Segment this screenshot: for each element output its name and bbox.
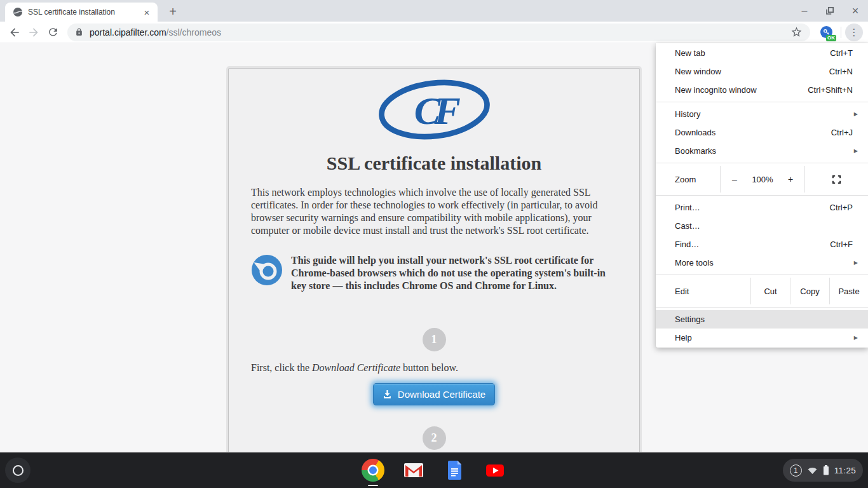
zoom-level: 100%	[752, 175, 773, 184]
menu-zoom-row: Zoom – 100% +	[656, 166, 868, 193]
notification-count-badge: 1	[790, 464, 802, 477]
chrome-app-icon[interactable]	[362, 459, 384, 482]
menu-edit-row: Edit Cut Copy Paste	[656, 278, 868, 304]
step-2-badge: 2	[423, 426, 446, 450]
submenu-arrow-icon: ▶	[854, 148, 858, 154]
launcher-circle-icon	[13, 465, 24, 476]
wifi-icon	[807, 465, 818, 476]
bookmark-star-icon[interactable]	[790, 26, 803, 38]
copy-button[interactable]: Copy	[790, 278, 829, 304]
zoom-label: Zoom	[656, 166, 720, 193]
menu-item-new-tab[interactable]: New tabCtrl+T	[656, 44, 868, 62]
toolbar-divider	[841, 27, 841, 38]
browser-menu: New tabCtrl+T New windowCtrl+N New incog…	[656, 43, 868, 348]
battery-icon	[823, 465, 829, 475]
download-certificate-button[interactable]: Download Certificate	[373, 383, 495, 405]
menu-item-new-window[interactable]: New windowCtrl+N	[656, 62, 868, 81]
url-path: /ssl/chromeos	[166, 27, 221, 37]
password-extension-icon[interactable]: OK	[818, 24, 834, 41]
button-name-emphasis: Download Certificate	[312, 362, 400, 373]
menu-item-settings[interactable]: Settings	[656, 310, 868, 329]
menu-divider	[656, 195, 868, 196]
menu-item-new-incognito-window[interactable]: New incognito windowCtrl+Shift+N	[656, 81, 868, 99]
address-bar[interactable]: portal.cipafilter.com/ssl/chromeos	[67, 24, 810, 41]
zoom-out-button[interactable]: –	[730, 174, 739, 184]
globe-favicon-icon	[13, 7, 23, 17]
menu-item-downloads[interactable]: DownloadsCtrl+J	[656, 123, 868, 142]
url-text: portal.cipafilter.com/ssl/chromeos	[90, 27, 790, 37]
browser-tab[interactable]: SSL certificate installation ×	[5, 3, 158, 22]
menu-item-help[interactable]: Help▶	[656, 329, 868, 347]
browser-toolbar: portal.cipafilter.com/ssl/chromeos OK ⋮	[0, 22, 868, 43]
step-1-instruction: First, click the Download Certificate bu…	[251, 362, 617, 374]
menu-divider	[656, 307, 868, 308]
menu-item-find[interactable]: Find…Ctrl+F	[656, 235, 868, 254]
edit-label: Edit	[656, 278, 750, 304]
minimize-window-icon[interactable]: –	[799, 6, 810, 16]
paste-button[interactable]: Paste	[829, 278, 868, 304]
menu-item-more-tools[interactable]: More tools▶	[656, 254, 868, 272]
new-tab-button[interactable]: +	[164, 3, 182, 20]
restore-window-icon[interactable]	[825, 6, 835, 16]
menu-divider	[656, 102, 868, 102]
chromeos-screen: SSL certificate installation × + – × por…	[0, 0, 868, 488]
close-window-icon[interactable]: ×	[850, 6, 860, 16]
docs-app-icon[interactable]	[443, 459, 466, 482]
forward-icon[interactable]	[24, 23, 43, 42]
browser-menu-icon[interactable]: ⋮	[845, 24, 863, 41]
youtube-app-icon[interactable]	[484, 459, 506, 482]
cut-button[interactable]: Cut	[750, 278, 790, 304]
download-button-label: Download Certificate	[398, 389, 485, 400]
chromeos-shelf: 1 11:25	[0, 452, 868, 488]
fullscreen-button[interactable]	[805, 166, 868, 193]
active-app-indicator	[368, 485, 378, 487]
window-controls: – ×	[799, 0, 860, 22]
status-tray[interactable]: 1 11:25	[783, 459, 863, 482]
chromium-icon	[251, 254, 283, 286]
step-1-badge: 1	[423, 328, 446, 351]
tab-strip: SSL certificate installation × + – ×	[0, 0, 868, 22]
shelf-apps	[362, 459, 506, 482]
menu-item-print[interactable]: Print…Ctrl+P	[656, 198, 868, 217]
clock: 11:25	[834, 466, 856, 475]
menu-item-bookmarks[interactable]: Bookmarks▶	[656, 142, 868, 160]
url-host: portal.cipafilter.com	[90, 27, 166, 37]
gmail-app-icon[interactable]	[402, 459, 425, 482]
reload-icon[interactable]	[43, 23, 62, 42]
submenu-arrow-icon: ▶	[854, 260, 858, 266]
back-icon[interactable]	[5, 23, 24, 42]
ssl-install-card: CF SSL certificate installation This net…	[228, 68, 640, 452]
cipafilter-logo: CF	[229, 79, 639, 143]
download-icon	[383, 390, 392, 399]
extension-status-badge: OK	[826, 35, 836, 41]
menu-divider	[656, 163, 868, 163]
svg-text:CF: CF	[414, 89, 460, 132]
chrome-logo-icon	[362, 459, 384, 482]
tab-title: SSL certificate installation	[28, 8, 141, 17]
menu-item-history[interactable]: History▶	[656, 105, 868, 123]
tab-close-icon[interactable]: ×	[141, 7, 153, 18]
guide-text: This guide will help you install your ne…	[291, 254, 617, 292]
launcher-button[interactable]	[5, 458, 31, 483]
menu-divider	[656, 274, 868, 275]
zoom-in-button[interactable]: +	[786, 174, 795, 184]
lock-icon	[75, 28, 83, 36]
page-title: SSL certificate installation	[229, 152, 639, 174]
menu-item-cast[interactable]: Cast…	[656, 217, 868, 235]
submenu-arrow-icon: ▶	[854, 111, 858, 117]
guide-callout: This guide will help you install your ne…	[251, 254, 617, 292]
submenu-arrow-icon: ▶	[854, 335, 858, 341]
intro-paragraph: This network employs technologies which …	[251, 186, 617, 238]
